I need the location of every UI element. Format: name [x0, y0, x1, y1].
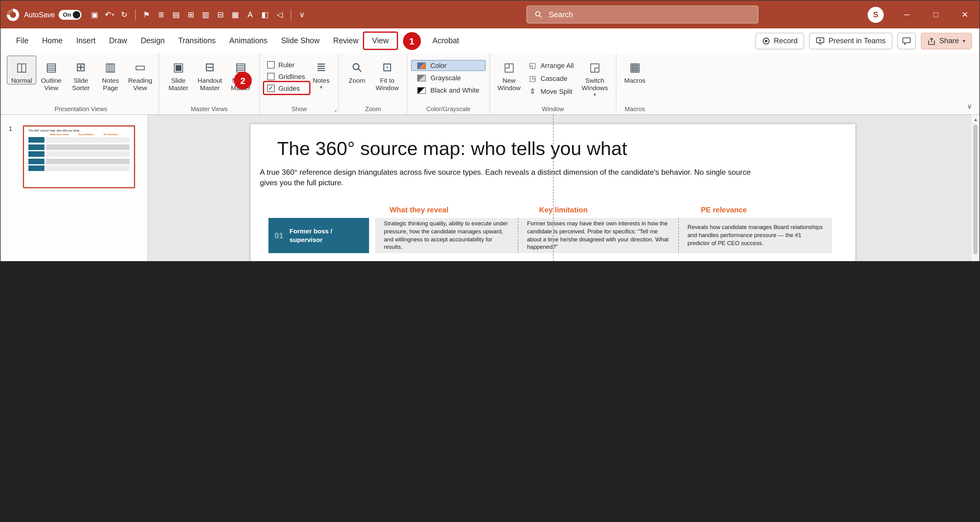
tab-design[interactable]: Design: [134, 29, 172, 53]
share-button[interactable]: Share ▾: [921, 32, 972, 49]
format-painter-icon[interactable]: ⚑: [140, 6, 154, 23]
tab-file[interactable]: File: [9, 29, 35, 53]
move-split-icon: ⇕: [528, 87, 537, 96]
slide-subtitle[interactable]: A true 360° reference design triangulate…: [260, 167, 761, 188]
merge-cells-icon[interactable]: ⊟: [213, 6, 228, 23]
gridlines-checkbox[interactable]: Gridlines: [267, 73, 305, 80]
row-cells: Strategic thinking quality, ability to e…: [375, 218, 832, 253]
move-split-button[interactable]: ⇕ Move Split: [525, 86, 578, 97]
notes-button[interactable]: ≣ Notes ▾: [308, 56, 335, 91]
guides-checkbox[interactable]: ✓ Guides: [267, 84, 305, 92]
scroll-up-icon[interactable]: ▲: [971, 115, 979, 124]
autosave-label: AutoSave: [24, 11, 55, 18]
column-header-key-limitation[interactable]: Key limitation: [539, 205, 587, 214]
annotation-step-1: 1: [403, 32, 421, 50]
present-in-teams-button[interactable]: Present in Teams: [809, 32, 892, 49]
fit-to-window-button[interactable]: ⊡ Fit to Window: [371, 56, 403, 92]
search-box[interactable]: [527, 6, 759, 24]
tab-slide-show[interactable]: Slide Show: [274, 29, 326, 53]
grayscale-button[interactable]: Grayscale: [411, 72, 486, 83]
shading-icon[interactable]: ◧: [258, 6, 272, 23]
slide-title[interactable]: The 360° source map: who tells you what: [277, 138, 627, 160]
slide-master-button[interactable]: ▣ Slide Master: [163, 56, 194, 92]
zoom-button[interactable]: Zoom: [343, 56, 371, 84]
slide-thumbnail[interactable]: The 360° source map: who tells you what …: [23, 125, 135, 188]
table-rows-icon[interactable]: ▥: [199, 6, 213, 23]
record-button[interactable]: Record: [756, 32, 804, 49]
show-checkbox-column: Ruler Gridlines ✓ Guides: [264, 56, 308, 92]
switch-windows-button[interactable]: ◲ Switch Windows ▾: [578, 56, 612, 99]
guides-checkbox-box[interactable]: ✓: [267, 84, 275, 92]
mini-row-cells: [46, 151, 130, 157]
normal-view-button[interactable]: ◫ Normal: [7, 56, 37, 84]
tab-draw[interactable]: Draw: [102, 29, 134, 53]
undo-dropdown-caret-icon[interactable]: ▾: [112, 12, 114, 17]
group-macros: ▦ Macros Macros: [616, 53, 653, 114]
outline-view-button[interactable]: ▤ Outline View: [37, 56, 66, 92]
tab-home[interactable]: Home: [35, 29, 69, 53]
close-button[interactable]: ×: [950, 1, 979, 29]
title-bar: AutoSave On ▣ ↶▾ ↻ ⚑ ≣ ▤ ⊞ ▥ ⊟ ▦ A ◧ ◁ ∨: [1, 1, 979, 29]
arrange-all-button[interactable]: ◱ Arrange All: [525, 60, 578, 71]
tab-label: Home: [42, 37, 63, 45]
column-header-what-they-reveal[interactable]: What they reveal: [390, 205, 449, 214]
slide-sorter-button[interactable]: ⊞ Slide Sorter: [66, 56, 95, 92]
comments-button[interactable]: [897, 32, 916, 49]
column-header-pe-relevance[interactable]: PE relevance: [701, 205, 747, 214]
search-input[interactable]: [547, 10, 751, 19]
grayscale-label: Grayscale: [430, 74, 461, 81]
undo-icon[interactable]: ↶▾: [102, 6, 117, 23]
group-window: ◰ New Window ◱ Arrange All ◳ Cascade ⇕ M…: [490, 53, 617, 114]
save-icon[interactable]: ▣: [88, 6, 102, 23]
gridlines-checkbox-box[interactable]: [267, 73, 275, 80]
tab-review[interactable]: Review: [326, 29, 365, 53]
ruler-checkbox-box[interactable]: [267, 61, 275, 68]
mini-row: [29, 151, 130, 157]
powerpoint-logo-icon[interactable]: [7, 8, 19, 21]
indent-icon[interactable]: ≣: [154, 6, 169, 23]
collapse-ribbon-icon[interactable]: ∨: [967, 102, 972, 110]
share-caret-icon: ▾: [963, 38, 965, 43]
group-label-show: Show: [260, 105, 339, 112]
sound-icon[interactable]: ◁: [273, 6, 287, 23]
align-text-icon[interactable]: ▤: [169, 6, 183, 23]
autosave-control[interactable]: AutoSave On: [24, 10, 81, 19]
macros-button[interactable]: ▦ Macros: [620, 56, 649, 84]
font-icon[interactable]: A: [243, 6, 257, 23]
ruler-label: Ruler: [278, 61, 295, 68]
autosave-toggle[interactable]: On: [59, 10, 81, 19]
color-icon: [417, 62, 426, 69]
vertical-guide[interactable]: [553, 115, 554, 261]
teams-screen-icon: [816, 37, 825, 45]
normal-view-icon: ◫: [16, 58, 27, 76]
black-and-white-button[interactable]: Black and White: [411, 84, 486, 96]
redo-icon[interactable]: ↻: [117, 6, 132, 23]
tab-view[interactable]: View: [365, 29, 396, 53]
reading-view-button[interactable]: ▭ Reading View: [125, 56, 155, 92]
color-button[interactable]: Color: [411, 60, 486, 71]
tab-animations[interactable]: Animations: [223, 29, 274, 53]
color-label: Color: [430, 62, 447, 69]
insert-table-icon[interactable]: ⊞: [184, 6, 198, 23]
mini-row-label: [29, 151, 45, 157]
mini-row-cells: [46, 158, 130, 164]
row-label: Former boss / supervisor: [290, 228, 369, 244]
more-commands-icon[interactable]: ∨: [295, 6, 309, 23]
scrollbar-thumb[interactable]: [973, 125, 978, 255]
new-window-button[interactable]: ◰ New Window: [494, 56, 525, 92]
edit-chart-icon[interactable]: ▦: [228, 6, 243, 23]
group-label-macros: Macros: [616, 105, 653, 112]
maximize-button[interactable]: □: [921, 1, 950, 29]
vertical-scrollbar[interactable]: ▲ ▼ ▲ ▼: [971, 115, 979, 261]
tab-acrobat[interactable]: Acrobat: [426, 29, 466, 53]
ruler-checkbox[interactable]: Ruler: [267, 61, 305, 68]
user-avatar[interactable]: S: [868, 6, 884, 22]
mini-row-label: [29, 144, 45, 150]
tab-insert[interactable]: Insert: [69, 29, 102, 53]
cascade-button[interactable]: ◳ Cascade: [525, 73, 578, 84]
minimize-button[interactable]: ─: [892, 1, 921, 29]
tab-transitions[interactable]: Transitions: [172, 29, 223, 53]
mini-row-cells: [46, 166, 130, 171]
notes-page-button[interactable]: ▥ Notes Page: [95, 56, 125, 92]
handout-master-button[interactable]: ⊟ Handout Master: [194, 56, 226, 92]
